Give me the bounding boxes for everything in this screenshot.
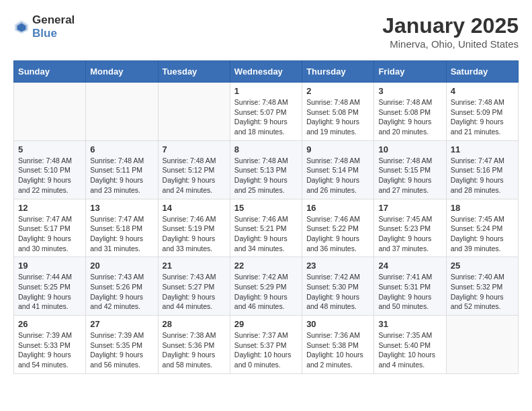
calendar-cell: 21Sunrise: 7:43 AM Sunset: 5:27 PM Dayli…: [158, 257, 230, 316]
calendar-cell: 27Sunrise: 7:39 AM Sunset: 5:35 PM Dayli…: [86, 316, 158, 374]
day-info: Sunrise: 7:45 AM Sunset: 5:24 PM Dayligh…: [451, 214, 514, 254]
calendar-cell: [158, 83, 230, 141]
weekday-header-saturday: Saturday: [446, 61, 518, 83]
calendar-cell: 18Sunrise: 7:45 AM Sunset: 5:24 PM Dayli…: [446, 199, 518, 257]
weekday-header-sunday: Sunday: [14, 61, 86, 83]
weekday-header-row: SundayMondayTuesdayWednesdayThursdayFrid…: [14, 61, 519, 83]
day-info: Sunrise: 7:40 AM Sunset: 5:32 PM Dayligh…: [451, 272, 514, 312]
weekday-header-friday: Friday: [374, 61, 446, 83]
day-number: 6: [90, 144, 153, 154]
day-info: Sunrise: 7:48 AM Sunset: 5:10 PM Dayligh…: [18, 156, 81, 195]
calendar-cell: 7Sunrise: 7:48 AM Sunset: 5:12 PM Daylig…: [158, 140, 230, 199]
day-number: 22: [234, 261, 298, 271]
day-number: 18: [451, 203, 514, 213]
calendar-cell: 26Sunrise: 7:39 AM Sunset: 5:33 PM Dayli…: [14, 316, 86, 374]
calendar-week-4: 19Sunrise: 7:44 AM Sunset: 5:25 PM Dayli…: [14, 257, 519, 316]
day-info: Sunrise: 7:47 AM Sunset: 5:17 PM Dayligh…: [18, 214, 81, 254]
calendar-cell: 14Sunrise: 7:46 AM Sunset: 5:19 PM Dayli…: [158, 199, 230, 257]
calendar-cell: [14, 83, 86, 141]
day-info: Sunrise: 7:48 AM Sunset: 5:13 PM Dayligh…: [234, 156, 298, 195]
day-number: 25: [451, 261, 514, 271]
day-info: Sunrise: 7:46 AM Sunset: 5:21 PM Dayligh…: [234, 214, 298, 254]
day-number: 5: [18, 144, 81, 154]
logo-text: General Blue: [32, 13, 75, 40]
calendar-week-1: 1Sunrise: 7:48 AM Sunset: 5:07 PM Daylig…: [14, 83, 519, 141]
day-number: 26: [18, 319, 81, 329]
day-number: 12: [18, 203, 81, 213]
weekday-header-thursday: Thursday: [302, 61, 374, 83]
day-info: Sunrise: 7:39 AM Sunset: 5:35 PM Dayligh…: [90, 330, 153, 370]
day-info: Sunrise: 7:41 AM Sunset: 5:31 PM Dayligh…: [378, 272, 441, 312]
day-info: Sunrise: 7:35 AM Sunset: 5:40 PM Dayligh…: [378, 330, 441, 370]
day-info: Sunrise: 7:36 AM Sunset: 5:38 PM Dayligh…: [306, 330, 369, 370]
calendar-cell: 31Sunrise: 7:35 AM Sunset: 5:40 PM Dayli…: [374, 316, 446, 374]
day-info: Sunrise: 7:46 AM Sunset: 5:22 PM Dayligh…: [306, 214, 369, 254]
day-number: 11: [451, 144, 514, 154]
calendar-cell: 10Sunrise: 7:48 AM Sunset: 5:15 PM Dayli…: [374, 140, 446, 199]
day-info: Sunrise: 7:45 AM Sunset: 5:23 PM Dayligh…: [378, 214, 441, 254]
day-number: 19: [18, 261, 81, 271]
calendar-cell: 30Sunrise: 7:36 AM Sunset: 5:38 PM Dayli…: [302, 316, 374, 374]
calendar-cell: 28Sunrise: 7:38 AM Sunset: 5:36 PM Dayli…: [158, 316, 230, 374]
day-info: Sunrise: 7:42 AM Sunset: 5:30 PM Dayligh…: [306, 272, 369, 312]
calendar-cell: [446, 316, 518, 374]
logo-icon: [13, 19, 30, 35]
day-number: 30: [306, 319, 369, 329]
day-number: 28: [163, 319, 226, 329]
day-number: 2: [306, 86, 369, 96]
day-info: Sunrise: 7:48 AM Sunset: 5:15 PM Dayligh…: [378, 156, 441, 195]
calendar-week-2: 5Sunrise: 7:48 AM Sunset: 5:10 PM Daylig…: [14, 140, 519, 199]
calendar-cell: 20Sunrise: 7:43 AM Sunset: 5:26 PM Dayli…: [86, 257, 158, 316]
day-number: 23: [306, 261, 369, 271]
calendar-cell: 3Sunrise: 7:48 AM Sunset: 5:08 PM Daylig…: [374, 83, 446, 141]
day-number: 29: [234, 319, 298, 329]
day-number: 4: [451, 86, 514, 96]
day-number: 16: [306, 203, 369, 213]
day-info: Sunrise: 7:48 AM Sunset: 5:07 PM Dayligh…: [234, 97, 298, 137]
logo-blue: Blue: [32, 27, 57, 40]
day-number: 13: [90, 203, 153, 213]
day-number: 8: [234, 144, 298, 154]
day-number: 31: [378, 319, 441, 329]
day-info: Sunrise: 7:42 AM Sunset: 5:29 PM Dayligh…: [234, 272, 298, 312]
day-number: 27: [90, 319, 153, 329]
day-number: 3: [378, 86, 441, 96]
calendar-cell: 13Sunrise: 7:47 AM Sunset: 5:18 PM Dayli…: [86, 199, 158, 257]
logo-general: General: [32, 13, 75, 26]
day-number: 24: [378, 261, 441, 271]
weekday-header-wednesday: Wednesday: [230, 61, 302, 83]
calendar-cell: 16Sunrise: 7:46 AM Sunset: 5:22 PM Dayli…: [302, 199, 374, 257]
day-number: 14: [163, 203, 226, 213]
calendar-cell: 4Sunrise: 7:48 AM Sunset: 5:09 PM Daylig…: [446, 83, 518, 141]
calendar-cell: 6Sunrise: 7:48 AM Sunset: 5:11 PM Daylig…: [86, 140, 158, 199]
weekday-header-tuesday: Tuesday: [158, 61, 230, 83]
day-info: Sunrise: 7:48 AM Sunset: 5:14 PM Dayligh…: [306, 156, 369, 195]
calendar-cell: 8Sunrise: 7:48 AM Sunset: 5:13 PM Daylig…: [230, 140, 302, 199]
calendar-week-5: 26Sunrise: 7:39 AM Sunset: 5:33 PM Dayli…: [14, 316, 519, 374]
day-info: Sunrise: 7:48 AM Sunset: 5:08 PM Dayligh…: [306, 97, 369, 137]
day-number: 20: [90, 261, 153, 271]
day-info: Sunrise: 7:37 AM Sunset: 5:37 PM Dayligh…: [234, 330, 298, 370]
month-title: January 2025: [382, 13, 519, 38]
calendar-cell: [86, 83, 158, 141]
calendar-cell: 17Sunrise: 7:45 AM Sunset: 5:23 PM Dayli…: [374, 199, 446, 257]
logo: General Blue: [13, 13, 75, 40]
day-info: Sunrise: 7:43 AM Sunset: 5:27 PM Dayligh…: [163, 272, 226, 312]
day-info: Sunrise: 7:47 AM Sunset: 5:18 PM Dayligh…: [90, 214, 153, 254]
calendar-cell: 29Sunrise: 7:37 AM Sunset: 5:37 PM Dayli…: [230, 316, 302, 374]
calendar-cell: 11Sunrise: 7:47 AM Sunset: 5:16 PM Dayli…: [446, 140, 518, 199]
calendar-cell: 24Sunrise: 7:41 AM Sunset: 5:31 PM Dayli…: [374, 257, 446, 316]
calendar-table: SundayMondayTuesdayWednesdayThursdayFrid…: [13, 60, 519, 374]
day-number: 17: [378, 203, 441, 213]
calendar-cell: 19Sunrise: 7:44 AM Sunset: 5:25 PM Dayli…: [14, 257, 86, 316]
day-number: 10: [378, 144, 441, 154]
title-block: January 2025 Minerva, Ohio, United State…: [382, 13, 519, 50]
calendar-cell: 15Sunrise: 7:46 AM Sunset: 5:21 PM Dayli…: [230, 199, 302, 257]
day-info: Sunrise: 7:46 AM Sunset: 5:19 PM Dayligh…: [163, 214, 226, 254]
day-info: Sunrise: 7:48 AM Sunset: 5:08 PM Dayligh…: [378, 97, 441, 137]
calendar-cell: 23Sunrise: 7:42 AM Sunset: 5:30 PM Dayli…: [302, 257, 374, 316]
day-number: 15: [234, 203, 298, 213]
day-info: Sunrise: 7:48 AM Sunset: 5:09 PM Dayligh…: [451, 97, 514, 137]
calendar-cell: 25Sunrise: 7:40 AM Sunset: 5:32 PM Dayli…: [446, 257, 518, 316]
calendar-week-3: 12Sunrise: 7:47 AM Sunset: 5:17 PM Dayli…: [14, 199, 519, 257]
